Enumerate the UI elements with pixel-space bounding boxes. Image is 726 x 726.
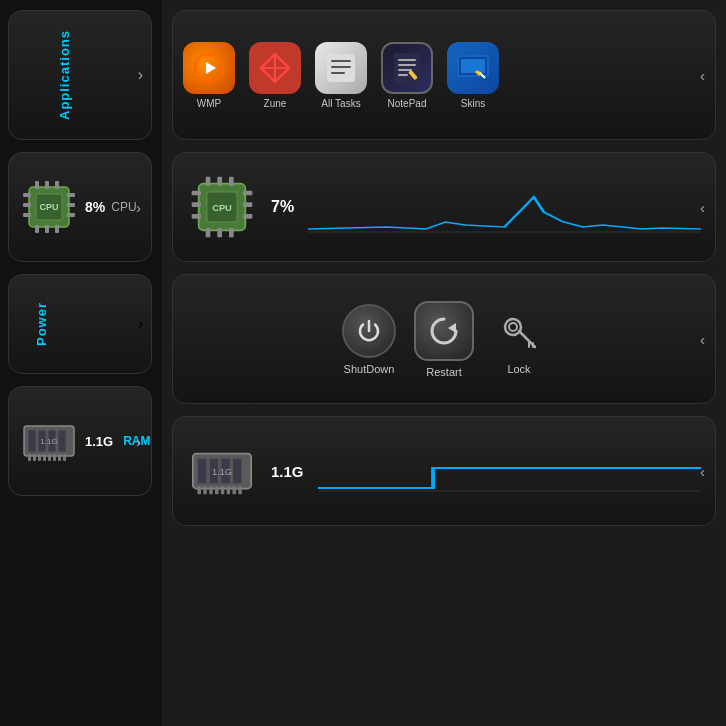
right-applications-tile: WMP Zune All Tasks [172, 10, 716, 140]
svg-rect-58 [192, 214, 201, 219]
ram-chip-icon-left: 1.1G [19, 411, 79, 471]
wmp-label: WMP [197, 98, 221, 109]
svg-rect-59 [243, 191, 252, 196]
svg-rect-36 [331, 66, 351, 68]
shutdown-button-wrap[interactable]: ShutDown [342, 304, 396, 375]
left-applications-tile[interactable]: Applications › [8, 10, 152, 140]
svg-rect-75 [215, 486, 219, 494]
svg-rect-61 [243, 214, 252, 219]
right-column: WMP Zune All Tasks [162, 0, 726, 726]
svg-rect-7 [23, 193, 31, 197]
lock-button-wrap[interactable]: Lock [492, 304, 546, 375]
svg-rect-51 [217, 177, 222, 186]
svg-rect-55 [229, 228, 234, 237]
svg-rect-19 [43, 454, 46, 461]
app-skins[interactable]: Skins [447, 42, 499, 109]
svg-rect-80 [198, 458, 207, 484]
svg-rect-76 [221, 486, 225, 494]
cpu-text-label: CPU [111, 200, 136, 214]
svg-text:CPU: CPU [39, 202, 58, 212]
svg-text:CPU: CPU [212, 203, 232, 213]
svg-rect-37 [331, 72, 345, 74]
power-chevron-right[interactable]: ‹ [700, 331, 705, 348]
svg-rect-60 [243, 202, 252, 207]
power-icons-row: ShutDown Restart [342, 301, 546, 378]
key-icon [499, 311, 539, 351]
svg-rect-50 [206, 177, 211, 186]
app-zune[interactable]: Zune [249, 42, 301, 109]
svg-rect-4 [35, 225, 39, 233]
wmp-icon [183, 42, 235, 94]
svg-rect-72 [198, 486, 202, 494]
left-power-tile[interactable]: Power › [8, 274, 152, 374]
app-notepad[interactable]: NotePad [381, 42, 433, 109]
restart-icon[interactable] [414, 301, 474, 361]
svg-point-66 [505, 319, 521, 335]
ram-chevron-right[interactable]: ‹ [700, 463, 705, 480]
svg-marker-65 [448, 323, 456, 333]
power-chevron[interactable]: › [138, 315, 143, 333]
cpu-percent-value: 8% [85, 199, 105, 215]
svg-rect-54 [217, 228, 222, 237]
left-column: Applications › CPU [0, 0, 160, 726]
svg-rect-21 [53, 454, 56, 461]
apps-chevron[interactable]: › [138, 66, 143, 84]
right-power-tile: ShutDown Restart [172, 274, 716, 404]
notepad-label: NotePad [388, 98, 427, 109]
svg-rect-2 [45, 181, 49, 189]
svg-rect-77 [227, 486, 231, 494]
right-cpu-tile: CPU 7% ‹ [172, 152, 716, 262]
svg-rect-53 [206, 228, 211, 237]
restart-button-wrap[interactable]: Restart [414, 301, 474, 378]
app-alltasks[interactable]: All Tasks [315, 42, 367, 109]
notepad-icon [381, 42, 433, 94]
skins-label: Skins [461, 98, 485, 109]
alltasks-label: All Tasks [321, 98, 360, 109]
zune-label: Zune [264, 98, 287, 109]
svg-rect-1 [35, 181, 39, 189]
svg-rect-5 [45, 225, 49, 233]
restart-label: Restart [426, 366, 461, 378]
ram-value-right: 1.1G [271, 463, 304, 480]
cpu-graph [308, 177, 701, 237]
ram-value-left: 1.1G [85, 434, 113, 449]
svg-rect-78 [233, 486, 237, 494]
svg-rect-52 [229, 177, 234, 186]
alltasks-icon [315, 42, 367, 94]
ram-chevron-left[interactable]: › [136, 433, 141, 450]
svg-rect-56 [192, 191, 201, 196]
cpu-chip-icon: CPU [19, 177, 79, 237]
svg-rect-12 [67, 213, 75, 217]
svg-rect-46 [461, 59, 485, 73]
shutdown-label: ShutDown [344, 363, 395, 375]
svg-rect-39 [398, 59, 416, 61]
skins-icon [447, 42, 499, 94]
zune-icon [249, 42, 301, 94]
svg-rect-42 [398, 74, 408, 76]
right-ram-tile: 1.1G 1.1G ‹ [172, 416, 716, 526]
cpu-chevron[interactable]: › [136, 199, 141, 216]
svg-rect-11 [67, 203, 75, 207]
svg-rect-83 [233, 458, 242, 484]
shutdown-icon[interactable] [342, 304, 396, 358]
power-label: Power [34, 302, 49, 346]
ram-chip-icon-right: 1.1G [187, 436, 257, 506]
svg-rect-9 [23, 213, 31, 217]
svg-rect-41 [398, 69, 412, 71]
app-wmp[interactable]: WMP [183, 42, 235, 109]
cpu-chevron-right[interactable]: ‹ [700, 199, 705, 216]
svg-rect-16 [28, 454, 31, 461]
left-ram-tile: 1.1G 1.1G RAM › [8, 386, 152, 496]
svg-rect-6 [55, 225, 59, 233]
svg-rect-24 [28, 430, 36, 452]
svg-rect-20 [48, 454, 51, 461]
cpu-percent-block: 8% [85, 199, 105, 215]
svg-point-67 [509, 323, 517, 331]
svg-rect-17 [33, 454, 36, 461]
svg-rect-35 [331, 60, 351, 62]
svg-rect-23 [63, 454, 66, 461]
svg-rect-74 [209, 486, 213, 494]
apps-chevron-right[interactable]: ‹ [700, 67, 705, 84]
svg-text:1.1G: 1.1G [212, 467, 232, 477]
svg-rect-57 [192, 202, 201, 207]
